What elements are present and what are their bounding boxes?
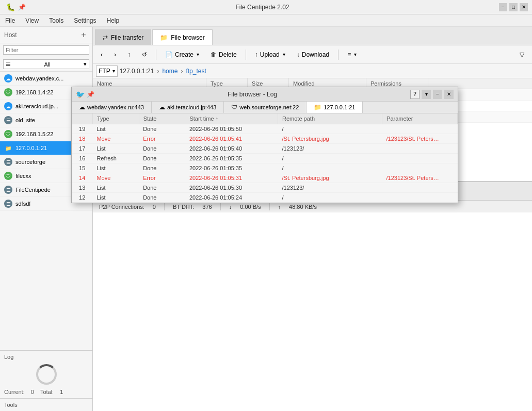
title-bar: 🐛 📌 File Centipede 2.02 − □ ✕ (0, 0, 532, 14)
log-start: 2022-06-26 01:05:31 (185, 173, 278, 183)
path-segment-ftp-test[interactable]: ftp_test (186, 68, 206, 75)
log-row[interactable]: 15 List Done 2022-06-26 01:05:35 / (72, 163, 458, 173)
up-button[interactable]: ↑ (123, 48, 135, 61)
sidebar-item-webdav[interactable]: ☁ webdav.yandex.c... (0, 72, 92, 86)
delete-button[interactable]: 🗑 Delete (206, 48, 241, 61)
log-param (382, 183, 458, 193)
cloud-icon: ☁ (79, 104, 85, 111)
menu-help[interactable]: Help (104, 16, 123, 25)
menu-tools[interactable]: Tools (46, 16, 67, 25)
toolbar-separator-1 (156, 50, 156, 60)
modal-tab-aki[interactable]: ☁ aki.teracloud.jp:443 (152, 102, 224, 113)
log-param (382, 144, 458, 154)
filter-button[interactable]: ▽ (515, 48, 529, 61)
log-num: 18 (72, 134, 92, 144)
log-col-path[interactable]: Remote path (278, 113, 382, 124)
menu-button[interactable]: ≡ (343, 48, 361, 61)
tab-bar: ⇄ File transfer 📁 File browser (93, 27, 532, 45)
log-state: Done (139, 124, 185, 134)
sidebar-type-button[interactable]: ☰ All ▾ (3, 59, 89, 69)
log-col-num[interactable] (72, 113, 92, 124)
sidebar-item-label: aki.teracloud.jp... (15, 103, 58, 109)
modal-minimize-button[interactable]: − (433, 90, 442, 99)
log-type: List (92, 144, 139, 154)
path-arrow-icon: › (157, 68, 159, 75)
bt-label: BT DHT: (173, 204, 194, 210)
upload-button[interactable]: ↑ Upload (250, 48, 290, 61)
path-arrow-icon: › (181, 68, 183, 75)
folder-icon: 📁 (314, 104, 321, 111)
p2p-label: P2P Connections: (99, 204, 144, 210)
log-row[interactable]: 18 Move Error 2022-06-26 01:05:41 /St. P… (72, 134, 458, 144)
forward-button[interactable]: › (109, 48, 121, 61)
sidebar-item-label: 192.168.1.5:22 (15, 131, 53, 137)
modal-close-button[interactable]: ✕ (444, 90, 454, 99)
tab-file-browser[interactable]: 📁 File browser (152, 29, 212, 45)
log-start: 2022-06-26 01:05:30 (185, 183, 278, 193)
maximize-button[interactable]: □ (509, 3, 518, 11)
total-value: 1 (60, 389, 63, 395)
log-row[interactable]: 13 List Done 2022-06-26 01:05:30 /123123… (72, 183, 458, 193)
protocol-dropdown[interactable]: FTP ▾ (96, 65, 118, 77)
log-num: 13 (72, 183, 92, 193)
log-path: / (278, 193, 382, 203)
log-col-state[interactable]: State (139, 113, 185, 124)
log-row[interactable]: 17 List Done 2022-06-26 01:05:40 /123123… (72, 144, 458, 154)
log-path: / (278, 124, 382, 134)
shield-icon: 🛡 (4, 88, 12, 96)
log-param (382, 163, 458, 173)
main-layout: Host + ☰ All ▾ ☁ webdav.yandex.c... 🛡 19… (0, 27, 532, 411)
modal-bird-icon: 🐦 (76, 90, 85, 98)
log-row[interactable]: 12 List Done 2022-06-26 01:05:24 / (72, 193, 458, 203)
download-button[interactable]: ↓ Download (292, 48, 334, 61)
log-state: Done (139, 154, 185, 163)
bt-value: 376 (202, 204, 212, 210)
log-col-type[interactable]: Type (92, 113, 139, 124)
path-segment-home[interactable]: home (162, 68, 178, 75)
sidebar-type-label: All (44, 61, 50, 68)
sidebar-item-label: sdfsdf (15, 201, 30, 207)
log-param (382, 124, 458, 134)
menu-view[interactable]: View (22, 16, 42, 25)
sidebar-log-title: Log (4, 354, 88, 360)
menu-settings[interactable]: Settings (71, 16, 99, 25)
modal-tab-sourceforge[interactable]: 🛡 web.sourceforge.net:22 (224, 102, 307, 113)
log-col-start[interactable]: Start time ↑ (185, 113, 278, 124)
sidebar-filter-input[interactable] (3, 45, 89, 55)
status-separator (164, 203, 165, 210)
log-row[interactable]: 16 Refresh Done 2022-06-26 01:05:35 / (72, 154, 458, 163)
sidebar-item-label: FileCentipede (15, 187, 51, 193)
modal-tab-local[interactable]: 📁 127.0.0.1:21 (307, 102, 363, 113)
tab-file-transfer[interactable]: ⇄ File transfer (95, 29, 151, 45)
status-separator (269, 203, 270, 210)
sidebar-item-label: 127.0.0.1:21 (15, 145, 47, 151)
log-start: 2022-06-26 01:05:50 (185, 124, 278, 134)
modal-collapse-button[interactable]: ▾ (422, 90, 431, 99)
back-button[interactable]: ‹ (96, 48, 107, 61)
refresh-button[interactable]: ↺ (137, 48, 152, 61)
log-row[interactable]: 19 List Done 2022-06-26 01:05:50 / (72, 124, 458, 134)
current-value: 0 (31, 389, 34, 395)
tab-file-transfer-label: File transfer (111, 34, 143, 41)
list-icon: ☰ (4, 200, 12, 208)
modal-tab-label: webdav.yandex.ru:443 (87, 104, 144, 110)
log-modal: 🐦 📌 File browser - Log ? ▾ − ✕ ☁ webdav.… (71, 87, 458, 203)
modal-help-button[interactable]: ? (410, 90, 420, 99)
log-row[interactable]: 14 Move Error 2022-06-26 01:05:31 /St. P… (72, 173, 458, 183)
sidebar-add-button[interactable]: + (79, 30, 88, 40)
close-button[interactable]: ✕ (520, 3, 528, 11)
modal-tabs: ☁ webdav.yandex.ru:443 ☁ aki.teracloud.j… (72, 102, 458, 113)
sidebar-host-bar: Host + (0, 27, 92, 43)
list-icon: ☰ (4, 158, 12, 166)
download-speed: 0.00 B/s (240, 204, 261, 210)
upload-speed-icon: ↑ (278, 204, 281, 210)
create-button[interactable]: 📄 Create (160, 48, 204, 61)
content-area: ⇄ File transfer 📁 File browser ‹ › ↑ ↺ 📄… (93, 27, 532, 411)
menu-file[interactable]: File (2, 16, 18, 25)
minimize-button[interactable]: − (499, 3, 507, 11)
log-type: List (92, 124, 139, 134)
log-start: 2022-06-26 01:05:41 (185, 134, 278, 144)
delete-icon: 🗑 (211, 51, 217, 58)
modal-tab-webdav[interactable]: ☁ webdav.yandex.ru:443 (72, 102, 152, 113)
log-col-param[interactable]: Parameter (382, 113, 458, 124)
